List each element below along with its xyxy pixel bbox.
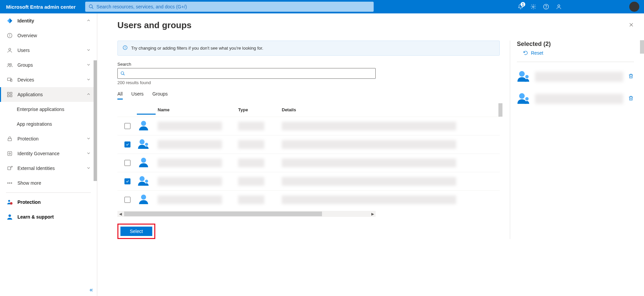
svg-rect-17 xyxy=(10,92,12,94)
svg-line-36 xyxy=(123,74,125,75)
row-checkbox[interactable] xyxy=(124,123,130,129)
svg-point-45 xyxy=(525,75,529,78)
nav-label: Identity Governance xyxy=(17,151,59,156)
global-search-input[interactable] xyxy=(97,4,370,9)
topbar-icons: 1 xyxy=(511,3,569,10)
nav-users[interactable]: Users xyxy=(0,43,97,58)
remove-selected-icon[interactable] xyxy=(628,73,634,80)
svg-rect-19 xyxy=(10,95,12,97)
scroll-left-icon[interactable]: ◀ xyxy=(117,211,123,217)
svg-point-48 xyxy=(519,93,525,99)
help-icon[interactable] xyxy=(543,3,549,10)
table-row[interactable] xyxy=(117,135,500,154)
selected-panel: Selected (2) Reset xyxy=(510,41,634,239)
table-row[interactable] xyxy=(117,172,500,190)
chevron-down-icon xyxy=(86,151,91,157)
page-title: Users and groups xyxy=(117,20,192,31)
nav-label: External Identities xyxy=(17,166,55,171)
svg-point-29 xyxy=(8,215,11,217)
group-icon xyxy=(517,69,530,84)
user-avatar[interactable] xyxy=(629,2,639,12)
shield-user-icon xyxy=(6,198,13,206)
row-details xyxy=(282,177,456,186)
tab-groups[interactable]: Groups xyxy=(152,89,168,100)
svg-rect-18 xyxy=(7,95,9,97)
info-icon xyxy=(122,45,128,51)
svg-point-24 xyxy=(8,183,8,183)
nav-overview[interactable]: Overview xyxy=(0,28,97,43)
svg-point-41 xyxy=(140,176,145,181)
svg-point-38 xyxy=(140,139,145,144)
search-input[interactable] xyxy=(127,71,373,76)
svg-point-42 xyxy=(145,180,148,183)
table-row[interactable] xyxy=(117,190,500,209)
row-checkbox[interactable] xyxy=(124,197,130,203)
row-checkbox[interactable] xyxy=(124,160,130,166)
row-type xyxy=(238,122,264,130)
svg-rect-21 xyxy=(8,152,12,156)
col-name[interactable]: Name xyxy=(158,107,238,112)
col-details[interactable]: Details xyxy=(282,107,500,112)
table-header: Name Type Details xyxy=(117,103,500,116)
nav-identity-governance[interactable]: Identity Governance xyxy=(0,146,97,161)
selected-title: Selected (2) xyxy=(517,41,634,48)
collapse-nav-icon[interactable]: « xyxy=(90,286,93,293)
row-name xyxy=(158,195,222,204)
nav-label: Groups xyxy=(17,62,33,68)
chevron-down-icon xyxy=(86,166,91,171)
row-type xyxy=(238,177,264,186)
results-table: Name Type Details xyxy=(117,103,500,217)
info-icon xyxy=(6,33,13,39)
nav-label: App registrations xyxy=(17,121,52,127)
remove-selected-icon[interactable] xyxy=(628,95,634,103)
table-row[interactable] xyxy=(117,154,500,172)
nav-devices[interactable]: Devices xyxy=(0,72,97,87)
product-title: Microsoft Entra admin center xyxy=(0,4,82,10)
row-type xyxy=(238,140,264,149)
feedback-icon[interactable] xyxy=(555,3,562,10)
table-row[interactable] xyxy=(117,117,500,135)
chevron-down-icon xyxy=(86,136,91,142)
table-hscroll[interactable]: ◀ ▶ xyxy=(117,211,376,217)
row-type xyxy=(238,159,264,167)
nav-app-registrations[interactable]: App registrations xyxy=(0,117,97,131)
row-details xyxy=(282,140,456,149)
nav-protection[interactable]: Protection xyxy=(0,131,97,146)
reset-icon xyxy=(523,50,528,56)
svg-point-27 xyxy=(8,200,10,202)
scroll-right-icon[interactable]: ▶ xyxy=(370,211,376,217)
nav-show-more[interactable]: Show more xyxy=(0,176,97,190)
nav-scrollbar[interactable] xyxy=(94,60,97,181)
row-details xyxy=(282,159,456,167)
nav-groups[interactable]: Groups xyxy=(0,58,97,72)
notifications-icon[interactable]: 1 xyxy=(517,3,524,10)
main-scrollbar[interactable] xyxy=(640,40,644,54)
row-checkbox[interactable] xyxy=(124,178,130,184)
nav-protection-bottom[interactable]: Protection xyxy=(0,195,97,210)
svg-point-11 xyxy=(9,48,11,50)
global-search[interactable] xyxy=(85,2,374,12)
main-panel: Users and groups Try changing or adding … xyxy=(111,13,644,296)
tab-users[interactable]: Users xyxy=(131,89,144,100)
search-field[interactable] xyxy=(117,68,376,79)
settings-icon[interactable] xyxy=(530,3,537,10)
close-icon[interactable] xyxy=(629,22,634,29)
select-button[interactable]: Select xyxy=(120,227,152,236)
reset-button[interactable]: Reset xyxy=(523,50,634,56)
nav-applications[interactable]: Applications xyxy=(0,87,97,102)
col-type[interactable]: Type xyxy=(238,107,282,112)
row-checkbox[interactable] xyxy=(124,141,130,147)
left-nav: Identity Overview Users Groups Devices A… xyxy=(0,13,97,296)
svg-point-40 xyxy=(141,158,146,163)
nav-external-identities[interactable]: External Identities xyxy=(0,161,97,176)
search-icon xyxy=(89,4,94,9)
governance-icon xyxy=(6,151,13,157)
tab-all[interactable]: All xyxy=(117,89,123,100)
nav-label: Protection xyxy=(17,136,39,141)
table-vscroll[interactable] xyxy=(498,103,502,117)
nav-enterprise-apps[interactable]: Enterprise applications xyxy=(0,102,97,117)
lock-icon xyxy=(6,136,13,142)
nav-identity[interactable]: Identity xyxy=(0,13,97,28)
svg-line-1 xyxy=(92,7,93,9)
nav-learn-support[interactable]: Learn & support xyxy=(0,210,97,224)
